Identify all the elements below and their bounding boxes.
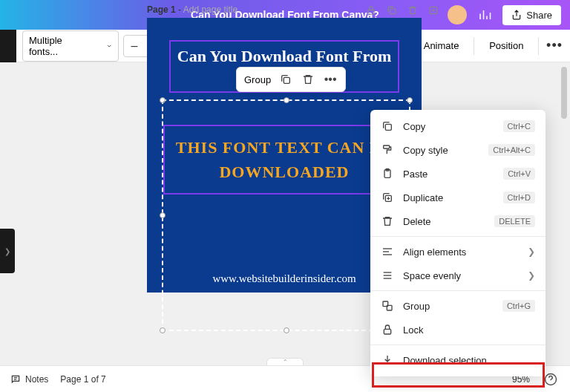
cm-duplicate-label: Duplicate <box>403 192 494 203</box>
align-icon <box>381 245 394 258</box>
separator <box>538 37 539 55</box>
lock-page-icon[interactable] <box>364 3 379 18</box>
resize-handle-ml[interactable] <box>160 212 166 218</box>
lock-icon <box>381 323 394 336</box>
selection-toolbar: Group ••• <box>236 67 346 92</box>
vertical-scrollbar[interactable] <box>560 67 569 362</box>
more-icon[interactable]: ••• <box>323 72 338 87</box>
cm-space-label: Space evenly <box>403 270 519 281</box>
download-icon <box>381 353 394 367</box>
page-title-hint[interactable]: Add page title <box>183 4 238 15</box>
cm-space[interactable]: Space evenly ❯ <box>370 264 546 287</box>
page-number: Page 1 <box>147 4 176 15</box>
svg-rect-10 <box>368 10 374 14</box>
cm-download-selection[interactable]: Download selection <box>370 348 546 372</box>
separator <box>370 236 546 237</box>
notes-label: Notes <box>25 374 48 385</box>
share-button[interactable]: Share <box>502 5 561 25</box>
resize-handle-tc[interactable] <box>284 97 289 103</box>
resize-handle-bc[interactable] <box>284 327 289 333</box>
clipboard-icon <box>381 167 394 180</box>
trash-icon[interactable] <box>301 72 315 87</box>
duplicate-icon[interactable] <box>278 72 293 87</box>
cm-download-label: Download selection <box>403 355 535 366</box>
add-page-icon[interactable] <box>426 3 441 18</box>
context-menu: Copy Ctrl+C Copy style Ctrl+Alt+C Paste … <box>370 110 546 376</box>
cm-lock[interactable]: Lock <box>370 318 546 342</box>
animate-label: Animate <box>424 40 459 51</box>
position-button[interactable]: Position <box>482 36 531 56</box>
svg-rect-14 <box>385 124 391 130</box>
chevron-right-icon: ❯ <box>528 270 535 281</box>
paint-roller-icon <box>381 143 394 157</box>
cm-copy-label: Copy <box>403 121 494 132</box>
scroll-thumb[interactable] <box>561 67 567 119</box>
font-size-decrease[interactable]: – <box>124 36 145 56</box>
cm-align-label: Align elements <box>403 246 519 258</box>
analytics-icon[interactable] <box>474 4 495 25</box>
user-avatar[interactable] <box>448 5 467 24</box>
page-counter[interactable]: Page 1 of 7 <box>60 374 105 385</box>
cm-copy-style-shortcut: Ctrl+Alt+C <box>488 144 535 156</box>
cm-duplicate-shortcut: Ctrl+D <box>503 192 535 203</box>
resize-handle-bl[interactable] <box>160 327 166 333</box>
group-button[interactable]: Group <box>244 74 271 85</box>
delete-page-icon[interactable] <box>405 3 420 18</box>
pages-expand-handle[interactable]: ⌃ <box>266 358 304 365</box>
group-icon <box>381 299 394 313</box>
side-panel-collapsed[interactable] <box>0 30 16 62</box>
cm-paste-label: Paste <box>403 169 494 180</box>
cm-group-shortcut: Ctrl+G <box>502 300 535 312</box>
chevron-right-icon: ❯ <box>528 246 535 257</box>
page-label: Page 1 - Add page title <box>147 4 238 15</box>
cm-copy-style-label: Copy style <box>403 145 479 156</box>
font-family-select[interactable]: Multiple fonts... <box>22 30 119 62</box>
cm-lock-label: Lock <box>403 324 535 336</box>
space-icon <box>381 269 394 282</box>
chevron-down-icon <box>106 42 112 50</box>
cm-delete-label: Delete <box>403 216 485 227</box>
separator <box>370 290 546 291</box>
svg-rect-13 <box>284 77 289 83</box>
cm-group-label: Group <box>403 301 494 312</box>
more-options-button[interactable]: ••• <box>546 35 563 57</box>
notes-button[interactable]: Notes <box>10 374 48 385</box>
cm-copy-shortcut: Ctrl+C <box>503 120 535 132</box>
cm-copy[interactable]: Copy Ctrl+C <box>370 114 546 138</box>
notes-icon <box>10 374 21 385</box>
copy-icon <box>381 120 394 133</box>
svg-rect-15 <box>384 146 390 148</box>
svg-rect-11 <box>390 9 396 14</box>
cm-align[interactable]: Align elements ❯ <box>370 240 546 264</box>
cm-delete[interactable]: Delete DELETE <box>370 209 546 233</box>
cm-duplicate[interactable]: Duplicate Ctrl+D <box>370 186 546 209</box>
separator <box>474 37 474 55</box>
cm-group[interactable]: Group Ctrl+G <box>370 294 546 318</box>
header-right: Share <box>448 4 561 25</box>
font-select-value: Multiple fonts... <box>29 35 84 57</box>
page-actions <box>364 3 441 18</box>
expand-sidebar-handle[interactable]: ❯ <box>0 229 15 273</box>
cm-copy-style[interactable]: Copy style Ctrl+Alt+C <box>370 138 546 162</box>
cm-paste[interactable]: Paste Ctrl+V <box>370 162 546 186</box>
duplicate-page-icon[interactable] <box>384 3 399 18</box>
svg-rect-27 <box>384 329 390 334</box>
separator <box>370 344 546 345</box>
duplicate-icon <box>381 191 394 204</box>
resize-handle-tr[interactable] <box>407 97 413 103</box>
trash-icon <box>381 215 394 228</box>
share-label: Share <box>526 10 552 21</box>
cm-delete-shortcut: DELETE <box>494 215 535 227</box>
cm-paste-shortcut: Ctrl+V <box>503 168 535 180</box>
resize-handle-tl[interactable] <box>160 97 166 103</box>
